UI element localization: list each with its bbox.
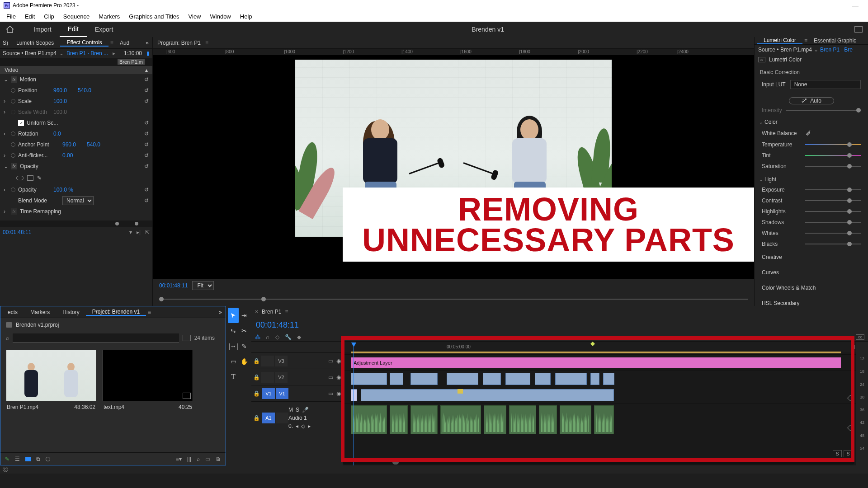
temperature-slider[interactable]	[805, 144, 861, 145]
mute-button[interactable]: M	[288, 407, 293, 413]
in-out-bar[interactable]	[351, 352, 841, 353]
workspace-export[interactable]: Export	[87, 22, 121, 37]
v3-target[interactable]: V3	[275, 356, 288, 366]
timeline-zoom-scrollbar[interactable]	[343, 460, 854, 465]
v1-target[interactable]: V1	[276, 388, 288, 399]
reset-icon[interactable]: ↺	[144, 197, 149, 204]
video-clip[interactable]	[555, 373, 587, 385]
close-sequence-icon[interactable]: ×	[255, 309, 258, 315]
track-select-tool[interactable]: ⇥	[239, 308, 250, 323]
audio-clip[interactable]	[410, 405, 438, 434]
video-clip[interactable]	[361, 389, 614, 401]
caret-icon[interactable]: ›	[4, 187, 8, 193]
freeform-view-icon[interactable]: ⧉	[36, 456, 40, 462]
color-section-label[interactable]: Color	[764, 119, 778, 125]
program-scrub-bar[interactable]	[153, 292, 754, 306]
menu-help[interactable]: Help	[236, 13, 257, 20]
tint-slider[interactable]	[805, 155, 861, 156]
video-clip[interactable]	[590, 373, 599, 385]
tab-essential-graphics[interactable]: Essential Graphic	[807, 38, 863, 44]
prev-key-icon[interactable]: ◂	[296, 423, 298, 429]
ellipse-mask-icon[interactable]	[16, 176, 24, 180]
effect-timecode[interactable]: 00:01:48:11	[3, 229, 31, 235]
reset-icon[interactable]: ↺	[144, 152, 149, 159]
light-section-label[interactable]: Light	[764, 176, 776, 183]
find-icon[interactable]: ⌕	[197, 456, 200, 462]
anchor-x-value[interactable]: 960.0	[62, 141, 84, 148]
opacity-section-label[interactable]: Opacity	[20, 163, 38, 169]
step-icon[interactable]: ▸|	[137, 229, 141, 235]
tab-lumetri-color[interactable]: Lumetri Color	[757, 37, 802, 44]
audio-clip[interactable]	[440, 405, 481, 434]
tab-effect-controls[interactable]: Effect Controls	[60, 39, 108, 47]
auto-button[interactable]: Auto	[789, 97, 834, 104]
reset-icon[interactable]: ↺	[144, 141, 149, 148]
menu-graphics[interactable]: Graphics and Titles	[124, 13, 184, 20]
new-bin-button[interactable]: ▭	[205, 456, 210, 462]
solo-toggle[interactable]: S	[833, 450, 842, 457]
pen-tool[interactable]: ✎	[239, 338, 250, 354]
creative-section[interactable]: Creative	[755, 249, 868, 265]
audio-clip[interactable]	[594, 405, 614, 434]
add-key-icon[interactable]: ◇	[301, 423, 305, 429]
caret-icon[interactable]: ›	[4, 208, 8, 215]
selection-tool[interactable]	[228, 308, 239, 323]
video-clip[interactable]	[351, 389, 357, 401]
saturation-slider[interactable]	[805, 166, 861, 167]
keyframe-nav[interactable]	[847, 425, 854, 431]
video-clip[interactable]	[535, 373, 551, 385]
lock-icon[interactable]: 🔒	[251, 374, 261, 380]
menu-view[interactable]: View	[184, 13, 206, 20]
razor-tool[interactable]: ✂	[239, 323, 250, 338]
position-y-value[interactable]: 540.0	[78, 87, 99, 94]
stopwatch-icon[interactable]	[11, 131, 15, 136]
sequence-tab-label[interactable]: Bren P1	[262, 309, 281, 315]
blend-mode-select[interactable]: Normal	[62, 196, 94, 205]
caret-icon[interactable]: ›	[4, 98, 8, 104]
video-clip[interactable]	[483, 373, 501, 385]
adjustment-layer-clip[interactable]: Adjustment Layer	[351, 357, 841, 368]
exposure-slider[interactable]	[805, 189, 861, 190]
intensity-slider[interactable]	[786, 110, 861, 111]
panel-menu-icon[interactable]: ≡	[110, 40, 113, 46]
export-frame-icon[interactable]: ⇱	[145, 229, 150, 235]
new-item-button[interactable]: 🗎	[216, 456, 221, 462]
type-tool[interactable]: T	[228, 369, 239, 385]
a1-source[interactable]: A1	[262, 413, 275, 423]
timeline-timecode[interactable]: 00:01:48:11	[251, 318, 868, 333]
audio-clip[interactable]	[539, 405, 557, 434]
caret-icon[interactable]: ›	[4, 152, 8, 159]
linked-selection-icon[interactable]: ∩	[266, 334, 270, 340]
input-lut-select[interactable]: None	[790, 80, 861, 89]
caret-icon[interactable]: ⌄	[4, 163, 8, 169]
workspace-edit[interactable]: Edit	[60, 22, 87, 37]
lock-icon[interactable]: 🔒	[251, 415, 261, 421]
sequence-clip-link[interactable]: Bren P1 · Bren ...	[66, 50, 108, 56]
play-icon[interactable]: ▸	[113, 50, 115, 56]
v1-source[interactable]: V1	[262, 388, 275, 399]
caption-track-icon[interactable]: cc	[856, 334, 864, 340]
toggle-sync-icon[interactable]: ◉	[335, 358, 343, 364]
tab-history[interactable]: History	[56, 309, 85, 315]
audio-clip[interactable]	[560, 405, 591, 434]
toggle-sync-icon[interactable]: ◉	[335, 374, 343, 380]
reset-icon[interactable]: ↺	[144, 187, 149, 193]
stopwatch-icon[interactable]	[11, 188, 15, 192]
caret-icon[interactable]: ⌄	[4, 76, 8, 83]
caret-icon[interactable]: ›	[4, 109, 8, 115]
shadows-slider[interactable]	[805, 222, 861, 223]
toggle-output-icon[interactable]: ▭	[326, 390, 335, 397]
cc-icon[interactable]: ⓒ	[3, 466, 8, 474]
next-key-icon[interactable]: ▸	[308, 423, 311, 429]
menu-sequence[interactable]: Sequence	[59, 13, 94, 20]
fx-badge-icon[interactable]: fx	[11, 76, 17, 83]
slip-tool[interactable]: |↔|	[228, 338, 239, 354]
scroll-thumb[interactable]	[392, 460, 399, 465]
panel-menu-icon[interactable]: ≡	[804, 38, 807, 44]
eyedropper-icon[interactable]	[805, 129, 811, 137]
highlights-slider[interactable]	[805, 211, 861, 212]
basic-correction-header[interactable]: Basic Correction	[755, 65, 868, 78]
collapse-up-icon[interactable]: ▴	[145, 67, 148, 73]
menu-window[interactable]: Window	[206, 13, 236, 20]
project-item[interactable]: Bren P1.mp448:36:02	[6, 350, 96, 413]
